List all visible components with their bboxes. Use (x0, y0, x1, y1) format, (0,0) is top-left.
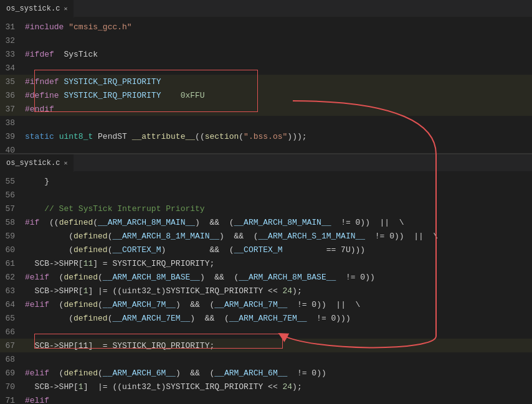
line-number: 34 (0, 63, 25, 73)
line-number: 69 (0, 369, 25, 378)
line-number: 57 (0, 204, 25, 214)
line-number: 64 (0, 300, 25, 309)
line-content: #include "cmsis_gcc.h" (25, 22, 532, 32)
line-number: 56 (0, 190, 25, 200)
line-number: 70 (0, 382, 25, 392)
table-row: 39static uint8_t PendST __attribute__((s… (0, 129, 532, 143)
top-pane: os_systick.c ✕ 31#include "cmsis_gcc.h"3… (0, 0, 532, 154)
line-content: SCB->SHPR[1] |= ((uint32_t)SYSTICK_IRQ_P… (25, 286, 532, 296)
line-content: #elif (defined(__ARM_ARCH_6M__) && (__AR… (25, 369, 532, 378)
line-number: 32 (0, 36, 25, 45)
line-content: #ifndef SYSTICK_IRQ_PRIORITY (25, 77, 532, 87)
table-row: 34 (0, 61, 532, 75)
line-number: 59 (0, 232, 25, 241)
line-content: #elif (defined(__ARM_ARCH_8M_BASE__) && … (25, 273, 532, 282)
table-row: 71#elif (0, 393, 532, 404)
table-row: 31#include "cmsis_gcc.h" (0, 20, 532, 34)
line-number: 65 (0, 314, 25, 323)
table-row: 37#endif (0, 102, 532, 116)
bottom-code-area: 55 }5657 // Set SysTick Interrupt Priori… (0, 172, 532, 404)
table-row: 56 (0, 188, 532, 202)
line-number: 39 (0, 132, 25, 141)
top-tab-bar: os_systick.c ✕ (0, 0, 532, 17)
line-number: 68 (0, 355, 25, 364)
line-content: (defined(__CORTEX_M) && (__CORTEX_M == 7… (25, 245, 532, 255)
line-content: static uint8_t PendST __attribute__((sec… (25, 132, 532, 141)
table-row: 66 (0, 325, 532, 339)
line-number: 31 (0, 22, 25, 32)
table-row: 70 SCB->SHP[1] |= ((uint32_t)SYSTICK_IRQ… (0, 380, 532, 393)
table-row: 62#elif (defined(__ARM_ARCH_8M_BASE__) &… (0, 270, 532, 284)
line-number: 62 (0, 273, 25, 282)
line-number: 61 (0, 259, 25, 268)
line-number: 35 (0, 77, 25, 87)
line-number: 71 (0, 396, 25, 405)
table-row: 55 } (0, 174, 532, 188)
line-number: 67 (0, 341, 25, 350)
table-row: 59 (defined(__ARM_ARCH_8_1M_MAIN__) && (… (0, 229, 532, 243)
table-row: 33#ifdef SysTick (0, 47, 532, 61)
line-content: SCB->SHP[11] = SYSTICK_IRQ_PRIORITY; (25, 341, 532, 350)
table-row: 32 (0, 34, 532, 47)
table-row: 67 SCB->SHP[11] = SYSTICK_IRQ_PRIORITY; (0, 339, 532, 352)
line-content: (defined(__ARM_ARCH_8_1M_MAIN__) && (__A… (25, 232, 532, 241)
table-row: 36#define SYSTICK_IRQ_PRIORITY 0xFFU (0, 88, 532, 102)
line-number: 55 (0, 177, 25, 186)
line-number: 60 (0, 245, 25, 255)
table-row: 64#elif (defined(__ARM_ARCH_7M__) && (__… (0, 298, 532, 311)
line-number: 33 (0, 50, 25, 59)
bottom-tab-close[interactable]: ✕ (64, 159, 67, 167)
line-content: #elif (25, 396, 532, 405)
table-row: 60 (defined(__CORTEX_M) && (__CORTEX_M =… (0, 243, 532, 256)
bottom-tab[interactable]: os_systick.c ✕ (0, 154, 74, 172)
table-row: 65 (defined(__ARM_ARCH_7EM__) && (__ARM_… (0, 311, 532, 325)
line-content: #ifdef SysTick (25, 50, 532, 59)
table-row: 63 SCB->SHPR[1] |= ((uint32_t)SYSTICK_IR… (0, 284, 532, 298)
table-row: 68 (0, 352, 532, 366)
line-content: } (25, 177, 532, 186)
table-row: 61 SCB->SHPR[11] = SYSTICK_IRQ_PRIORITY; (0, 256, 532, 270)
bottom-tab-label: os_systick.c (6, 159, 60, 167)
line-content: #define SYSTICK_IRQ_PRIORITY 0xFFU (25, 91, 532, 100)
line-content: #if ((defined(__ARM_ARCH_8M_MAIN__) && (… (25, 218, 532, 227)
line-content: #endif (25, 105, 532, 114)
bottom-tab-bar: os_systick.c ✕ (0, 154, 532, 172)
line-content: SCB->SHP[1] |= ((uint32_t)SYSTICK_IRQ_PR… (25, 382, 532, 392)
line-number: 58 (0, 218, 25, 227)
line-content: (defined(__ARM_ARCH_7EM__) && (__ARM_ARC… (25, 314, 532, 323)
top-tab[interactable]: os_systick.c ✕ (0, 0, 74, 17)
table-row: 38 (0, 116, 532, 129)
table-row: 57 // Set SysTick Interrupt Priority (0, 202, 532, 215)
line-content: // Set SysTick Interrupt Priority (25, 204, 532, 214)
bottom-pane: os_systick.c ✕ 55 }5657 // Set SysTick I… (0, 154, 532, 404)
table-row: 58#if ((defined(__ARM_ARCH_8M_MAIN__) &&… (0, 215, 532, 229)
line-number: 38 (0, 118, 25, 128)
top-code-area: 31#include "cmsis_gcc.h"3233#ifdef SysTi… (0, 17, 532, 159)
line-number: 36 (0, 91, 25, 100)
line-content: #elif (defined(__ARM_ARCH_7M__) && (__AR… (25, 300, 532, 309)
top-tab-label: os_systick.c (6, 4, 60, 13)
editor-container: os_systick.c ✕ 31#include "cmsis_gcc.h"3… (0, 0, 532, 404)
line-content: SCB->SHPR[11] = SYSTICK_IRQ_PRIORITY; (25, 259, 532, 268)
top-tab-close[interactable]: ✕ (64, 5, 67, 12)
line-number: 63 (0, 286, 25, 296)
line-number: 66 (0, 327, 25, 337)
line-number: 40 (0, 146, 25, 155)
table-row: 69#elif (defined(__ARM_ARCH_6M__) && (__… (0, 366, 532, 380)
line-number: 37 (0, 105, 25, 114)
table-row: 35#ifndef SYSTICK_IRQ_PRIORITY (0, 75, 532, 88)
